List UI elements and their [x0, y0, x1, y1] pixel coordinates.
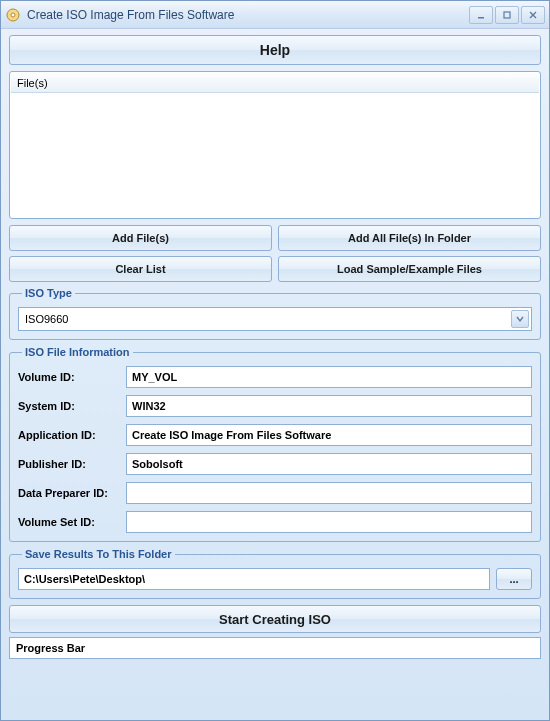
iso-info-legend: ISO File Information	[22, 346, 133, 358]
volume-set-id-label: Volume Set ID:	[18, 516, 126, 528]
window-title: Create ISO Image From Files Software	[27, 8, 469, 22]
start-button[interactable]: Start Creating ISO	[9, 605, 541, 633]
svg-point-1	[11, 13, 15, 17]
save-folder-legend: Save Results To This Folder	[22, 548, 175, 560]
volume-id-field[interactable]: MY_VOL	[126, 366, 532, 388]
help-button[interactable]: Help	[9, 35, 541, 65]
iso-type-value: ISO9660	[25, 313, 68, 325]
window-controls	[469, 6, 545, 24]
titlebar: Create ISO Image From Files Software	[1, 1, 549, 29]
application-id-label: Application ID:	[18, 429, 126, 441]
publisher-id-field[interactable]: Sobolsoft	[126, 453, 532, 475]
file-list-body[interactable]	[11, 93, 539, 217]
chevron-down-icon[interactable]	[511, 310, 529, 328]
file-list-header: File(s)	[11, 73, 539, 93]
volume-id-label: Volume ID:	[18, 371, 126, 383]
save-folder-group: Save Results To This Folder C:\Users\Pet…	[9, 548, 541, 599]
app-icon	[5, 7, 21, 23]
volume-set-id-field[interactable]	[126, 511, 532, 533]
iso-type-group: ISO Type ISO9660	[9, 287, 541, 340]
system-id-field[interactable]: WIN32	[126, 395, 532, 417]
data-preparer-id-label: Data Preparer ID:	[18, 487, 126, 499]
main-window: Create ISO Image From Files Software Hel…	[0, 0, 550, 721]
save-folder-field[interactable]: C:\Users\Pete\Desktop\	[18, 568, 490, 590]
svg-rect-3	[504, 12, 510, 18]
browse-button[interactable]: ...	[496, 568, 532, 590]
application-id-field[interactable]: Create ISO Image From Files Software	[126, 424, 532, 446]
client-area: Help File(s) Add File(s) Add All File(s)…	[1, 29, 549, 665]
data-preparer-id-field[interactable]	[126, 482, 532, 504]
iso-type-legend: ISO Type	[22, 287, 75, 299]
add-files-button[interactable]: Add File(s)	[9, 225, 272, 251]
clear-list-button[interactable]: Clear List	[9, 256, 272, 282]
publisher-id-label: Publisher ID:	[18, 458, 126, 470]
iso-info-group: ISO File Information Volume ID: MY_VOL S…	[9, 346, 541, 542]
system-id-label: System ID:	[18, 400, 126, 412]
svg-rect-2	[478, 17, 484, 19]
progress-bar: Progress Bar	[9, 637, 541, 659]
minimize-button[interactable]	[469, 6, 493, 24]
progress-label: Progress Bar	[16, 642, 85, 654]
close-button[interactable]	[521, 6, 545, 24]
load-sample-button[interactable]: Load Sample/Example Files	[278, 256, 541, 282]
file-list[interactable]: File(s)	[9, 71, 541, 219]
add-all-in-folder-button[interactable]: Add All File(s) In Folder	[278, 225, 541, 251]
iso-type-select[interactable]: ISO9660	[18, 307, 532, 331]
maximize-button[interactable]	[495, 6, 519, 24]
